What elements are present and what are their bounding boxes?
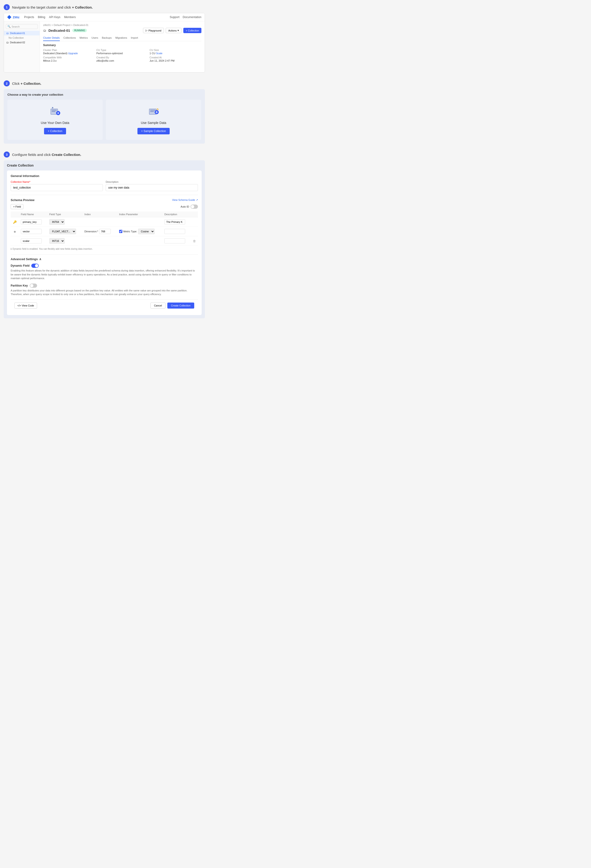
dimension-input[interactable] xyxy=(99,229,111,234)
tab-metrics[interactable]: Metrics xyxy=(80,35,88,41)
desc-vector[interactable] xyxy=(164,229,185,234)
summary-title: Summary xyxy=(43,44,201,47)
tab-migrations[interactable]: Migrations xyxy=(115,35,127,41)
tab-import[interactable]: Import xyxy=(131,35,138,41)
auto-id-group: Auto ID xyxy=(180,205,198,209)
step-1-text: Navigate to the target cluster and click… xyxy=(12,5,93,9)
sidebar-item-no-collection: No Collection xyxy=(4,35,40,40)
summary-cu-size: CU Size 1 CU Scale xyxy=(149,49,201,55)
sidebar-search[interactable]: 🔍 Search xyxy=(6,24,38,29)
partition-key-desc: A partition key distributes your data in… xyxy=(11,289,198,296)
cluster-sidebar: 🔍 Search 🗂 Dedicated-01 No Collection 🗂 … xyxy=(4,21,40,72)
sample-collection-button[interactable]: + Sample Collection xyxy=(137,128,170,134)
create-collection-heading: Create Collection xyxy=(7,164,202,167)
schema-guide-link[interactable]: View Schema Guide ↗ xyxy=(172,199,198,202)
zilliz-logo: Zilliz xyxy=(7,15,19,19)
footer-right-buttons: Cancel Create Collection xyxy=(151,303,194,309)
dynamic-field-toggle[interactable] xyxy=(31,264,39,268)
collection-name-group: Collection Name* xyxy=(11,180,103,191)
general-info-title: General Information xyxy=(11,174,198,178)
step-3-heading: 3 Configure fields and click Create Coll… xyxy=(0,147,208,160)
dimension-label: Dimension:* xyxy=(84,230,98,233)
index-checkbox-vector[interactable] xyxy=(119,230,123,233)
nav-billing[interactable]: Billing xyxy=(38,16,45,19)
tab-collections[interactable]: Collections xyxy=(64,35,76,41)
add-field-button[interactable]: + Field xyxy=(11,204,24,209)
tab-backups[interactable]: Backups xyxy=(102,35,112,41)
create-form: General Information Collection Name* Des… xyxy=(7,170,202,315)
own-data-card: Use Your Own Data + Collection xyxy=(7,100,103,140)
dynamic-field-label: Dynamic Field xyxy=(11,264,30,267)
tab-users[interactable]: Users xyxy=(92,35,98,41)
cancel-button[interactable]: Cancel xyxy=(151,303,165,309)
step-2-circle: 2 xyxy=(4,80,10,86)
tab-cluster-details[interactable]: Cluster Details xyxy=(43,35,60,41)
desc-primary[interactable] xyxy=(164,219,185,224)
info-icon: ℹ xyxy=(11,248,12,250)
choose-cards: Use Your Own Data + Collection Use Sampl… xyxy=(7,100,201,140)
own-data-title: Use Your Own Data xyxy=(41,121,69,125)
cluster-title: Dedicated-01 xyxy=(49,28,70,32)
logo-text: Zilliz xyxy=(13,16,19,19)
delete-scalar-icon[interactable]: 🗑 xyxy=(193,239,196,243)
sidebar-item-dedicated01[interactable]: 🗂 Dedicated-01 xyxy=(4,31,40,35)
metric-type-label: Metric Type: xyxy=(123,230,137,233)
add-collection-button-top[interactable]: + Collection xyxy=(183,28,201,33)
field-row-primary-key: 🔑 INT64 xyxy=(11,217,198,227)
field-name-vector[interactable] xyxy=(21,229,42,234)
field-name-scalar[interactable] xyxy=(21,238,42,244)
nav-apikeys[interactable]: API Keys xyxy=(49,16,60,19)
nav-members[interactable]: Members xyxy=(64,16,76,19)
index-param-scalar xyxy=(117,236,163,246)
field-row-vector: ◈ FLOAT_VECT... Dimension:* xyxy=(11,227,198,236)
summary-section: Summary Cluster Plan Dedicated (Standard… xyxy=(43,44,201,62)
topbar-right: Support Documentation xyxy=(170,16,201,19)
svg-rect-2 xyxy=(52,111,55,112)
view-code-button[interactable]: </> View Code xyxy=(14,303,37,309)
metric-type-select[interactable]: Cosine xyxy=(138,229,155,234)
choose-title: Choose a way to create your collection xyxy=(7,93,201,96)
field-type-vector[interactable]: FLOAT_VECT... xyxy=(49,229,76,234)
running-badge: RUNNING xyxy=(72,29,87,32)
sample-data-title: Use Sample Data xyxy=(141,121,166,125)
schema-table: Field Name Field Type Index Index Parame… xyxy=(11,211,198,246)
choose-section: Choose a way to create your collection U… xyxy=(4,89,205,144)
description-input[interactable] xyxy=(106,184,198,191)
step-3-circle: 3 xyxy=(4,152,10,158)
cluster-main: zilliz01 > Default Project > Dedicated-0… xyxy=(40,21,205,72)
dynamic-field-note: ℹ Dynamic field is enabled. You can flex… xyxy=(11,246,198,251)
field-type-primary[interactable]: INT64 xyxy=(49,219,65,225)
dynamic-field-setting: Dynamic Field Enabling this feature allo… xyxy=(11,264,198,280)
playground-button[interactable]: ▷ Playground xyxy=(143,28,164,33)
index-param-primary xyxy=(117,217,163,227)
actions-button[interactable]: Actions ▾ xyxy=(166,28,182,33)
collection-name-label: Collection Name* xyxy=(11,180,103,183)
dynamic-field-desc: Enabling this feature allows for the dyn… xyxy=(11,269,198,280)
cluster-body: 🔍 Search 🗂 Dedicated-01 No Collection 🗂 … xyxy=(4,21,205,72)
index-vector: Dimension:* xyxy=(83,227,117,236)
create-collection-button[interactable]: Create Collection xyxy=(167,303,194,309)
svg-rect-8 xyxy=(150,110,155,111)
partition-key-toggle[interactable] xyxy=(30,283,37,288)
breadcrumb: zilliz01 > Default Project > Dedicated-0… xyxy=(43,24,201,27)
support-link[interactable]: Support xyxy=(170,16,179,19)
own-data-collection-button[interactable]: + Collection xyxy=(44,128,66,134)
search-icon: 🔍 xyxy=(7,25,11,28)
nav-projects[interactable]: Projects xyxy=(24,16,34,19)
create-collection-section: Create Collection General Information Co… xyxy=(4,160,205,318)
partition-key-row: Partition Key xyxy=(11,283,198,288)
summary-created-at: Created At Jun 11, 2024 2:47 PM xyxy=(149,56,201,62)
cluster-icon-2: 🗂 xyxy=(6,41,9,44)
dynamic-field-row: Dynamic Field xyxy=(11,264,198,268)
svg-point-6 xyxy=(52,107,53,108)
advanced-settings-title[interactable]: Advanced Settings ∧ xyxy=(11,257,198,261)
auto-id-toggle[interactable] xyxy=(191,205,198,209)
field-type-scalar[interactable]: INT16 xyxy=(49,238,65,244)
step-1-circle: 1 xyxy=(4,4,10,10)
field-name-primary[interactable] xyxy=(21,219,42,224)
docs-link[interactable]: Documentation xyxy=(183,16,201,19)
sidebar-item-dedicated02[interactable]: 🗂 Dedicated-02 xyxy=(4,40,40,45)
auto-id-label: Auto ID xyxy=(180,205,189,208)
collection-name-input[interactable] xyxy=(11,184,103,191)
desc-scalar[interactable] xyxy=(164,238,185,244)
